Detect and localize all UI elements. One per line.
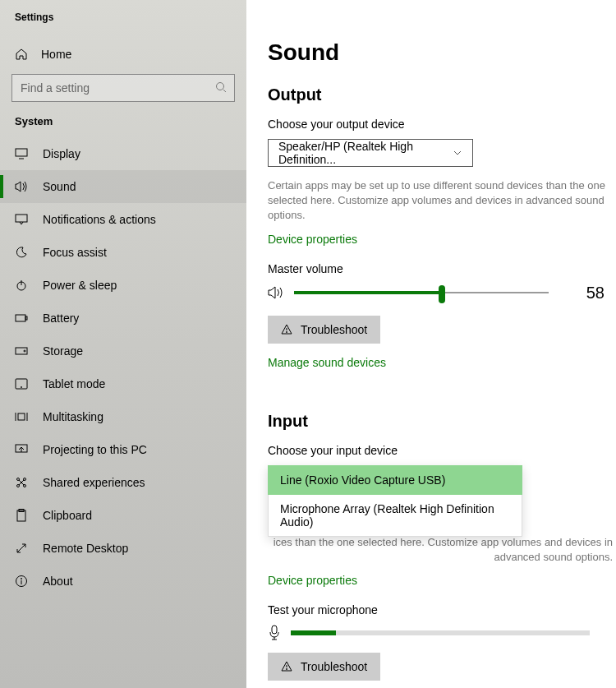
svg-rect-7: [16, 315, 25, 321]
power-icon: [15, 279, 28, 292]
sidebar-item-label: Tablet mode: [43, 377, 105, 390]
remote-icon: [15, 542, 28, 555]
home-label: Home: [41, 48, 71, 61]
sidebar-item-clipboard[interactable]: Clipboard: [0, 499, 246, 532]
sidebar-item-battery[interactable]: Battery: [0, 302, 246, 335]
sidebar-group-header: System: [0, 115, 246, 137]
input-device-dropdown[interactable]: Line (Roxio Video Capture USB)Microphone…: [268, 465, 522, 537]
svg-point-0: [217, 83, 224, 90]
sidebar-item-label: Display: [43, 147, 80, 160]
svg-rect-8: [25, 316, 27, 320]
sidebar-item-notifications-actions[interactable]: Notifications & actions: [0, 203, 246, 236]
sidebar-item-label: Multitasking: [43, 410, 103, 423]
warning-icon: [281, 324, 292, 335]
focus-icon: [15, 246, 28, 259]
svg-rect-32: [272, 626, 277, 634]
sidebar-item-storage[interactable]: Storage: [0, 335, 246, 367]
input-device-option[interactable]: Microphone Array (Realtek High Definitio…: [268, 495, 522, 537]
input-troubleshoot-label: Troubleshoot: [301, 660, 367, 673]
sidebar-nav-list: DisplaySoundNotifications & actionsFocus…: [0, 137, 246, 598]
sidebar-item-label: Projecting to this PC: [43, 443, 147, 456]
sidebar-item-remote-desktop[interactable]: Remote Desktop: [0, 532, 246, 565]
sound-icon: [15, 180, 28, 193]
mic-level-bar: [291, 630, 590, 635]
svg-point-10: [24, 350, 25, 352]
sidebar-item-tablet-mode[interactable]: Tablet mode: [0, 367, 246, 400]
volume-icon: [268, 286, 284, 299]
output-helper-text: Certain apps may be set up to use differ…: [268, 178, 613, 224]
sidebar-item-label: Power & sleep: [43, 279, 117, 292]
input-troubleshoot-button[interactable]: Troubleshoot: [268, 653, 380, 681]
chevron-down-icon: [453, 148, 462, 158]
master-volume-value: 58: [586, 284, 605, 302]
content-pane: Sound Output Choose your output device S…: [246, 0, 616, 688]
svg-rect-15: [18, 413, 25, 420]
input-section-title: Input: [268, 412, 616, 431]
sidebar-item-projecting-to-this-pc[interactable]: Projecting to this PC: [0, 433, 246, 466]
output-troubleshoot-label: Troubleshoot: [301, 323, 367, 336]
display-icon: [15, 147, 28, 160]
sidebar-item-label: Shared experiences: [43, 476, 145, 489]
output-manage-link[interactable]: Manage sound devices: [268, 356, 386, 369]
tablet-icon: [15, 377, 28, 390]
input-helper-text: ices than the one selected here. Customi…: [268, 535, 613, 565]
battery-icon: [15, 312, 28, 325]
projecting-icon: [15, 443, 28, 456]
master-volume-label: Master volume: [268, 262, 616, 275]
home-icon: [15, 48, 28, 61]
sidebar-item-label: Battery: [43, 312, 79, 325]
svg-point-36: [287, 668, 287, 669]
sidebar-item-label: Focus assist: [43, 246, 107, 259]
settings-sidebar: Settings Home System DisplaySoundNotific…: [0, 0, 246, 688]
sidebar-item-label: Sound: [43, 180, 76, 193]
sidebar-item-power-sleep[interactable]: Power & sleep: [0, 269, 246, 302]
sidebar-item-shared-experiences[interactable]: Shared experiences: [0, 466, 246, 499]
input-device-option[interactable]: Line (Roxio Video Capture USB): [268, 465, 522, 495]
svg-rect-4: [16, 215, 27, 222]
microphone-icon: [268, 625, 281, 641]
sidebar-item-multitasking[interactable]: Multitasking: [0, 400, 246, 433]
output-device-selected: Speaker/HP (Realtek High Definition...: [278, 140, 453, 166]
home-nav[interactable]: Home: [0, 39, 246, 69]
page-title: Sound: [268, 39, 616, 66]
svg-point-31: [287, 331, 287, 332]
svg-line-26: [17, 544, 25, 552]
search-icon: [215, 81, 227, 93]
svg-point-12: [21, 387, 22, 388]
output-choose-label: Choose your output device: [268, 118, 616, 131]
input-choose-label: Choose your input device: [268, 444, 616, 457]
svg-rect-2: [16, 149, 27, 156]
shared-icon: [15, 476, 28, 489]
sidebar-item-label: Notifications & actions: [43, 213, 156, 226]
svg-line-1: [223, 90, 226, 92]
svg-point-28: [21, 579, 22, 579]
output-section-title: Output: [268, 85, 616, 104]
output-device-select[interactable]: Speaker/HP (Realtek High Definition...: [268, 139, 473, 167]
sidebar-item-about[interactable]: About: [0, 565, 246, 598]
window-title: Settings: [0, 12, 246, 39]
input-device-properties-link[interactable]: Device properties: [268, 574, 357, 587]
multitask-icon: [15, 410, 28, 423]
notifications-icon: [15, 213, 28, 226]
search-input[interactable]: [11, 74, 235, 102]
sidebar-item-focus-assist[interactable]: Focus assist: [0, 236, 246, 269]
output-device-properties-link[interactable]: Device properties: [268, 233, 357, 246]
sidebar-item-label: Remote Desktop: [43, 542, 128, 555]
output-troubleshoot-button[interactable]: Troubleshoot: [268, 316, 380, 344]
sidebar-item-label: Storage: [43, 344, 83, 358]
warning-icon: [281, 661, 292, 672]
about-icon: [15, 575, 28, 588]
sidebar-item-label: Clipboard: [43, 509, 92, 522]
sidebar-item-display[interactable]: Display: [0, 137, 246, 170]
test-mic-label: Test your microphone: [268, 603, 616, 616]
sidebar-item-sound[interactable]: Sound: [0, 170, 246, 203]
master-volume-slider[interactable]: [294, 284, 549, 301]
storage-icon: [15, 344, 28, 358]
sidebar-item-label: About: [43, 575, 73, 588]
clipboard-icon: [15, 509, 28, 522]
